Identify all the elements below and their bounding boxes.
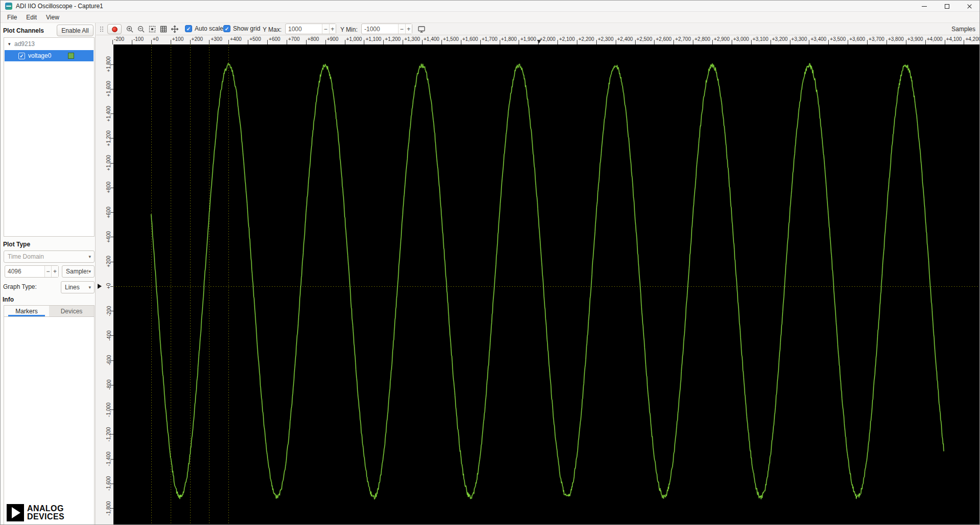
plot-type-value: Time Domain (8, 253, 88, 260)
maximize-button[interactable] (936, 1, 958, 12)
close-icon (967, 4, 972, 9)
x-tick (132, 40, 132, 44)
x-tick-label: +2,500 (637, 36, 652, 42)
y-tick-label: +1,000 (104, 152, 113, 174)
logo-line1: ANALOG (27, 505, 64, 513)
x-ruler-position-marker (537, 40, 541, 43)
y-min-increment[interactable]: + (405, 24, 412, 34)
y-tick-label: -600 (104, 349, 113, 372)
tree-device-row[interactable]: ▾ ad9213 (4, 39, 94, 49)
zoom-out-button[interactable] (136, 25, 146, 33)
x-tick (925, 40, 926, 44)
x-tick (190, 40, 191, 44)
channel-name: voltage0 (28, 52, 51, 59)
y-ruler[interactable]: +1,800+1,600+1,400+1,200+1,000+800+600+4… (104, 44, 113, 525)
x-tick (654, 40, 655, 44)
toolbar-drag-handle[interactable] (100, 26, 104, 32)
channel-tree: ▾ ad9213 ✓ voltage0 (4, 37, 95, 237)
y-tick-label: -1,400 (104, 448, 113, 470)
x-tick-label: +1,200 (385, 36, 401, 42)
sample-count-decrement[interactable]: − (44, 266, 52, 277)
capture-button[interactable] (107, 24, 122, 34)
waveform-canvas[interactable] (113, 44, 980, 525)
x-tick (828, 40, 829, 44)
auto-scale-checkbox[interactable]: ✓ Auto scale (185, 25, 223, 32)
zoom-fit-icon (148, 25, 156, 33)
y-min-decrement[interactable]: − (398, 24, 405, 34)
x-tick (422, 40, 423, 44)
x-tick (616, 40, 616, 44)
x-tick (519, 40, 519, 44)
chevron-down-icon: ▾ (88, 254, 91, 259)
minimize-button[interactable] (913, 1, 936, 12)
plot-type-select[interactable]: Time Domain ▾ (4, 250, 95, 263)
x-tick-label: +4,100 (946, 36, 962, 42)
sample-count-input[interactable] (5, 266, 44, 277)
tree-channel-row[interactable]: ✓ voltage0 (5, 50, 94, 61)
tab-devices[interactable]: Devices (49, 306, 94, 316)
y-max-increment[interactable]: + (329, 24, 336, 34)
x-tick-label: +1,300 (404, 36, 420, 42)
plot-area[interactable] (113, 44, 980, 525)
x-tick-label: +2,900 (714, 36, 730, 42)
channel-checkbox[interactable]: ✓ (18, 53, 25, 59)
show-grid-checkbox[interactable]: ✓ Show grid (223, 25, 260, 32)
x-tick (673, 40, 674, 44)
tab-markers[interactable]: Markers (4, 306, 49, 316)
x-tick (500, 40, 500, 44)
y-min-input[interactable] (362, 24, 398, 34)
auto-scale-label: Auto scale (195, 25, 223, 32)
x-tick (790, 40, 790, 44)
y-tick-label: -400 (104, 324, 113, 347)
x-tick-label: +4,000 (927, 36, 943, 42)
x-tick-label: +3,100 (753, 36, 768, 42)
chevron-down-icon: ▾ (88, 285, 91, 290)
x-tick-label: +800 (308, 36, 319, 42)
x-tick (867, 40, 868, 44)
checkbox-checked-icon: ✓ (223, 25, 230, 32)
expander-icon[interactable]: ▾ (8, 41, 14, 47)
pan-button[interactable] (170, 25, 179, 33)
y-tick-label: -1,200 (104, 423, 113, 445)
grid-button[interactable] (159, 25, 168, 33)
menu-edit[interactable]: Edit (21, 13, 41, 22)
grid-icon (159, 25, 168, 33)
menu-view[interactable]: View (41, 13, 64, 22)
screenshot-button[interactable] (417, 25, 426, 33)
screenshot-icon (417, 25, 426, 33)
y-max-label: Y Max: (263, 26, 282, 33)
x-tick (906, 40, 906, 44)
sample-count-increment[interactable]: + (51, 266, 58, 277)
menu-file[interactable]: File (3, 13, 21, 22)
x-tick (848, 40, 848, 44)
x-tick (693, 40, 693, 44)
channel-color-swatch[interactable] (68, 53, 74, 59)
x-tick (577, 40, 577, 44)
x-tick (248, 40, 248, 44)
x-tick-label: +4,200 (965, 36, 980, 42)
y-max-input[interactable] (286, 24, 322, 34)
x-tick (209, 40, 209, 44)
graph-type-select[interactable]: Lines ▾ (61, 281, 95, 293)
enable-all-button[interactable]: Enable All (57, 25, 94, 36)
y-tick-label: -800 (104, 374, 113, 396)
x-tick (945, 40, 945, 44)
zoom-fit-button[interactable] (148, 25, 157, 33)
x-tick (112, 40, 113, 44)
x-tick (596, 40, 597, 44)
zoom-in-button[interactable] (125, 25, 134, 33)
x-tick (886, 40, 887, 44)
x-tick (287, 40, 287, 44)
x-ruler[interactable]: -200-100+0+100+200+300+400+500+600+700+8… (104, 35, 980, 44)
x-tick-label: +2,700 (675, 36, 691, 42)
x-tick (751, 40, 752, 44)
graph-type-value: Lines (65, 284, 88, 291)
y-min-spin: − + (361, 24, 412, 34)
y-max-decrement[interactable]: − (322, 24, 329, 34)
sidebar: Plot Channels Enable All ▾ ad9213 ✓ volt… (1, 23, 96, 525)
x-tick-label: +3,500 (830, 36, 846, 42)
sample-unit-select[interactable]: Samples ▾ (62, 265, 95, 278)
x-tick-label: +2,200 (578, 36, 594, 42)
y-tick-label: -1,800 (104, 497, 113, 519)
close-button[interactable] (958, 1, 980, 12)
